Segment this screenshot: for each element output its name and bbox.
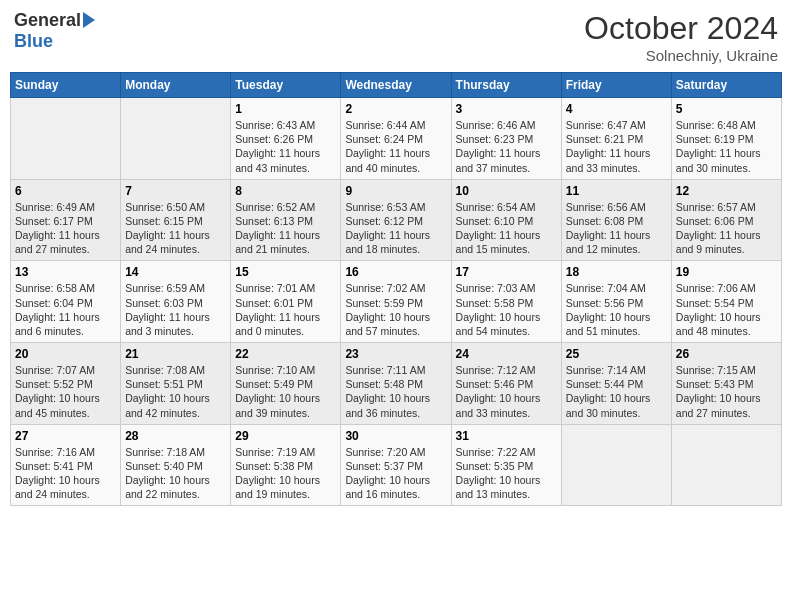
header-day-wednesday: Wednesday (341, 73, 451, 98)
day-info: Sunrise: 7:10 AM Sunset: 5:49 PM Dayligh… (235, 363, 336, 420)
day-cell: 1Sunrise: 6:43 AM Sunset: 6:26 PM Daylig… (231, 98, 341, 180)
day-info: Sunrise: 7:18 AM Sunset: 5:40 PM Dayligh… (125, 445, 226, 502)
day-cell: 25Sunrise: 7:14 AM Sunset: 5:44 PM Dayli… (561, 343, 671, 425)
day-info: Sunrise: 6:43 AM Sunset: 6:26 PM Dayligh… (235, 118, 336, 175)
day-cell: 10Sunrise: 6:54 AM Sunset: 6:10 PM Dayli… (451, 179, 561, 261)
day-number: 30 (345, 429, 446, 443)
day-cell: 31Sunrise: 7:22 AM Sunset: 5:35 PM Dayli… (451, 424, 561, 506)
day-number: 17 (456, 265, 557, 279)
week-row-2: 13Sunrise: 6:58 AM Sunset: 6:04 PM Dayli… (11, 261, 782, 343)
day-number: 26 (676, 347, 777, 361)
day-info: Sunrise: 7:16 AM Sunset: 5:41 PM Dayligh… (15, 445, 116, 502)
day-cell: 9Sunrise: 6:53 AM Sunset: 6:12 PM Daylig… (341, 179, 451, 261)
day-info: Sunrise: 7:06 AM Sunset: 5:54 PM Dayligh… (676, 281, 777, 338)
day-number: 1 (235, 102, 336, 116)
day-number: 4 (566, 102, 667, 116)
day-number: 7 (125, 184, 226, 198)
day-info: Sunrise: 7:11 AM Sunset: 5:48 PM Dayligh… (345, 363, 446, 420)
day-cell: 7Sunrise: 6:50 AM Sunset: 6:15 PM Daylig… (121, 179, 231, 261)
logo-arrow-icon (83, 12, 95, 28)
day-info: Sunrise: 6:50 AM Sunset: 6:15 PM Dayligh… (125, 200, 226, 257)
day-number: 19 (676, 265, 777, 279)
header-row: SundayMondayTuesdayWednesdayThursdayFrid… (11, 73, 782, 98)
day-info: Sunrise: 6:53 AM Sunset: 6:12 PM Dayligh… (345, 200, 446, 257)
day-number: 27 (15, 429, 116, 443)
day-number: 23 (345, 347, 446, 361)
week-row-3: 20Sunrise: 7:07 AM Sunset: 5:52 PM Dayli… (11, 343, 782, 425)
day-cell: 5Sunrise: 6:48 AM Sunset: 6:19 PM Daylig… (671, 98, 781, 180)
logo-blue-text: Blue (14, 31, 53, 52)
day-number: 25 (566, 347, 667, 361)
day-number: 3 (456, 102, 557, 116)
day-info: Sunrise: 6:52 AM Sunset: 6:13 PM Dayligh… (235, 200, 336, 257)
day-cell: 13Sunrise: 6:58 AM Sunset: 6:04 PM Dayli… (11, 261, 121, 343)
day-info: Sunrise: 6:48 AM Sunset: 6:19 PM Dayligh… (676, 118, 777, 175)
day-cell: 6Sunrise: 6:49 AM Sunset: 6:17 PM Daylig… (11, 179, 121, 261)
page-header: General Blue October 2024 Solnechniy, Uk… (10, 10, 782, 64)
day-info: Sunrise: 7:04 AM Sunset: 5:56 PM Dayligh… (566, 281, 667, 338)
day-number: 31 (456, 429, 557, 443)
day-number: 21 (125, 347, 226, 361)
day-info: Sunrise: 6:47 AM Sunset: 6:21 PM Dayligh… (566, 118, 667, 175)
day-cell: 11Sunrise: 6:56 AM Sunset: 6:08 PM Dayli… (561, 179, 671, 261)
month-title: October 2024 (584, 10, 778, 47)
day-info: Sunrise: 6:58 AM Sunset: 6:04 PM Dayligh… (15, 281, 116, 338)
day-cell: 12Sunrise: 6:57 AM Sunset: 6:06 PM Dayli… (671, 179, 781, 261)
header-day-saturday: Saturday (671, 73, 781, 98)
day-info: Sunrise: 6:46 AM Sunset: 6:23 PM Dayligh… (456, 118, 557, 175)
day-cell: 27Sunrise: 7:16 AM Sunset: 5:41 PM Dayli… (11, 424, 121, 506)
day-cell: 24Sunrise: 7:12 AM Sunset: 5:46 PM Dayli… (451, 343, 561, 425)
day-info: Sunrise: 7:01 AM Sunset: 6:01 PM Dayligh… (235, 281, 336, 338)
day-cell: 23Sunrise: 7:11 AM Sunset: 5:48 PM Dayli… (341, 343, 451, 425)
header-day-sunday: Sunday (11, 73, 121, 98)
day-info: Sunrise: 7:12 AM Sunset: 5:46 PM Dayligh… (456, 363, 557, 420)
day-cell: 22Sunrise: 7:10 AM Sunset: 5:49 PM Dayli… (231, 343, 341, 425)
day-number: 10 (456, 184, 557, 198)
logo-general-text: General (14, 10, 81, 31)
calendar-header: SundayMondayTuesdayWednesdayThursdayFrid… (11, 73, 782, 98)
day-cell (11, 98, 121, 180)
day-number: 11 (566, 184, 667, 198)
day-cell: 19Sunrise: 7:06 AM Sunset: 5:54 PM Dayli… (671, 261, 781, 343)
day-number: 15 (235, 265, 336, 279)
header-day-monday: Monday (121, 73, 231, 98)
logo: General Blue (14, 10, 95, 52)
calendar-table: SundayMondayTuesdayWednesdayThursdayFrid… (10, 72, 782, 506)
day-info: Sunrise: 7:14 AM Sunset: 5:44 PM Dayligh… (566, 363, 667, 420)
week-row-4: 27Sunrise: 7:16 AM Sunset: 5:41 PM Dayli… (11, 424, 782, 506)
day-info: Sunrise: 6:44 AM Sunset: 6:24 PM Dayligh… (345, 118, 446, 175)
day-info: Sunrise: 7:08 AM Sunset: 5:51 PM Dayligh… (125, 363, 226, 420)
day-cell: 4Sunrise: 6:47 AM Sunset: 6:21 PM Daylig… (561, 98, 671, 180)
day-number: 8 (235, 184, 336, 198)
header-day-thursday: Thursday (451, 73, 561, 98)
day-cell: 17Sunrise: 7:03 AM Sunset: 5:58 PM Dayli… (451, 261, 561, 343)
day-cell: 21Sunrise: 7:08 AM Sunset: 5:51 PM Dayli… (121, 343, 231, 425)
calendar-body: 1Sunrise: 6:43 AM Sunset: 6:26 PM Daylig… (11, 98, 782, 506)
day-cell: 30Sunrise: 7:20 AM Sunset: 5:37 PM Dayli… (341, 424, 451, 506)
day-info: Sunrise: 6:54 AM Sunset: 6:10 PM Dayligh… (456, 200, 557, 257)
day-info: Sunrise: 6:59 AM Sunset: 6:03 PM Dayligh… (125, 281, 226, 338)
day-number: 24 (456, 347, 557, 361)
day-cell: 18Sunrise: 7:04 AM Sunset: 5:56 PM Dayli… (561, 261, 671, 343)
day-cell: 16Sunrise: 7:02 AM Sunset: 5:59 PM Dayli… (341, 261, 451, 343)
day-cell: 3Sunrise: 6:46 AM Sunset: 6:23 PM Daylig… (451, 98, 561, 180)
day-cell: 14Sunrise: 6:59 AM Sunset: 6:03 PM Dayli… (121, 261, 231, 343)
day-cell: 2Sunrise: 6:44 AM Sunset: 6:24 PM Daylig… (341, 98, 451, 180)
header-day-friday: Friday (561, 73, 671, 98)
day-info: Sunrise: 7:02 AM Sunset: 5:59 PM Dayligh… (345, 281, 446, 338)
day-info: Sunrise: 7:15 AM Sunset: 5:43 PM Dayligh… (676, 363, 777, 420)
day-number: 22 (235, 347, 336, 361)
location-text: Solnechniy, Ukraine (584, 47, 778, 64)
day-info: Sunrise: 7:20 AM Sunset: 5:37 PM Dayligh… (345, 445, 446, 502)
day-number: 12 (676, 184, 777, 198)
week-row-1: 6Sunrise: 6:49 AM Sunset: 6:17 PM Daylig… (11, 179, 782, 261)
day-number: 20 (15, 347, 116, 361)
day-number: 16 (345, 265, 446, 279)
header-day-tuesday: Tuesday (231, 73, 341, 98)
day-cell: 8Sunrise: 6:52 AM Sunset: 6:13 PM Daylig… (231, 179, 341, 261)
title-block: October 2024 Solnechniy, Ukraine (584, 10, 778, 64)
day-cell: 29Sunrise: 7:19 AM Sunset: 5:38 PM Dayli… (231, 424, 341, 506)
day-info: Sunrise: 6:56 AM Sunset: 6:08 PM Dayligh… (566, 200, 667, 257)
day-info: Sunrise: 7:03 AM Sunset: 5:58 PM Dayligh… (456, 281, 557, 338)
day-cell: 28Sunrise: 7:18 AM Sunset: 5:40 PM Dayli… (121, 424, 231, 506)
